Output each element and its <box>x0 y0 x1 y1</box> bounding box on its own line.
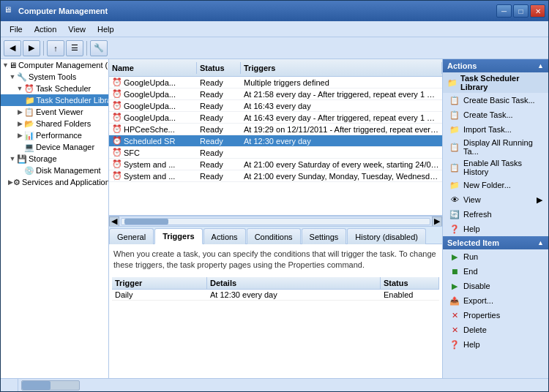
task-icon: ⏰ <box>112 159 122 169</box>
window-controls: ─ □ ✕ <box>496 4 545 18</box>
table-row[interactable]: ⏰ System and ... Ready At 21:00 every Sa… <box>109 159 442 170</box>
computer-icon: 🖥 <box>9 60 17 70</box>
table-row[interactable]: ⏰ GoogleUpda... Ready At 21:58 every day… <box>109 88 442 100</box>
selected-action-disable[interactable]: ▶ Disable <box>443 279 548 293</box>
actions-section-header[interactable]: Actions ▲ <box>443 59 548 72</box>
table-row[interactable]: ⏰ GoogleUpda... Ready Multiple triggers … <box>109 77 442 88</box>
actions-section: Actions ▲ 📁 Task Scheduler Library 📋 Cre… <box>443 59 548 236</box>
import-task-icon: 📁 <box>449 124 460 135</box>
col-triggers[interactable]: Triggers <box>241 62 442 74</box>
expand-icon: ▼ <box>15 85 24 92</box>
table-row[interactable]: ⏰ GoogleUpda... Ready At 16:43 every day <box>109 100 442 112</box>
tree-item-shared-folders[interactable]: ▶ 📂 Shared Folders <box>1 118 108 129</box>
action-import-task[interactable]: 📁 Import Task... <box>443 122 548 137</box>
tab-settings[interactable]: Settings <box>302 228 347 244</box>
menu-file[interactable]: File <box>4 23 29 35</box>
refresh-icon: 🔄 <box>449 208 460 220</box>
action-help[interactable]: ❓ Help <box>443 222 548 236</box>
selected-action-help[interactable]: ❓ Help <box>443 337 548 352</box>
tree-item-services[interactable]: ▶ ⚙ Services and Applications <box>1 176 108 188</box>
hscroll-track[interactable] <box>121 218 430 225</box>
table-row[interactable]: ⏰ Scheduled SR Ready At 12:30 every day <box>109 135 442 147</box>
hscroll-right[interactable]: ▶ <box>432 216 442 227</box>
table-row[interactable]: ⏰ HPCeeSche... Ready At 19:29 on 12/11/2… <box>109 124 442 135</box>
task-list-hscroll[interactable]: ◀ ▶ <box>109 216 442 226</box>
tab-general[interactable]: General <box>109 228 154 244</box>
right-panel: Actions ▲ 📁 Task Scheduler Library 📋 Cre… <box>442 59 548 378</box>
table-row[interactable]: ⏰ SFC Ready <box>109 147 442 159</box>
properties-toolbar-button[interactable]: 🔧 <box>90 40 108 56</box>
task-icon: ⏰ <box>112 113 122 122</box>
minimize-button[interactable]: ─ <box>496 4 512 18</box>
left-panel: ▼ 🖥 Computer Management (Local ▼ 🔧 Syste… <box>1 59 109 378</box>
menu-view[interactable]: View <box>62 23 92 35</box>
storage-icon: 💾 <box>17 154 27 164</box>
new-folder-icon: 📁 <box>449 179 460 191</box>
shared-folders-icon: 📂 <box>24 118 34 129</box>
trigger-status: Enabled <box>381 290 439 300</box>
tab-conditions[interactable]: Conditions <box>247 228 301 244</box>
action-refresh[interactable]: 🔄 Refresh <box>443 207 548 222</box>
forward-button[interactable]: ▶ <box>23 40 40 56</box>
expand-icon: ▼ <box>2 61 9 69</box>
tab-actions[interactable]: Actions <box>203 228 246 244</box>
action-create-basic-task[interactable]: 📋 Create Basic Task... <box>443 93 548 108</box>
selected-action-properties[interactable]: ✕ Properties <box>443 308 548 323</box>
selected-action-export[interactable]: 📤 Export... <box>443 293 548 308</box>
action-enable-history[interactable]: 📋 Enable All Tasks History <box>443 157 548 178</box>
system-tools-icon: 🔧 <box>17 72 27 82</box>
table-row[interactable]: ⏰ GoogleUpda... Ready At 16:43 every day… <box>109 112 442 124</box>
status-bar <box>1 378 548 391</box>
window-icon: 🖥 <box>4 5 15 17</box>
menu-action[interactable]: Action <box>29 23 63 35</box>
run-icon: ▶ <box>449 251 460 263</box>
menu-help[interactable]: Help <box>92 23 120 35</box>
col-status[interactable]: Status <box>197 62 241 74</box>
tree-item-task-scheduler[interactable]: ▼ ⏰ Task Scheduler <box>1 83 108 94</box>
triggers-col-status: Status <box>381 277 439 289</box>
expand-icon: ▶ <box>15 108 24 116</box>
main-window: 🖥 Computer Management ─ □ ✕ File Action … <box>0 0 549 392</box>
up-button[interactable]: ↑ <box>47 40 64 56</box>
task-icon: ⏰ <box>112 78 122 87</box>
col-name[interactable]: Name <box>109 62 197 74</box>
triggers-table-header: Trigger Details Status <box>112 277 439 290</box>
expand-icon: ▼ <box>8 155 17 162</box>
back-button[interactable]: ◀ <box>4 40 21 56</box>
table-row[interactable]: ⏰ System and ... Ready At 21:00 every Su… <box>109 170 442 182</box>
selected-help-icon: ❓ <box>449 339 460 350</box>
trigger-name: Daily <box>112 290 207 300</box>
trigger-row[interactable]: Daily At 12:30 every day Enabled <box>112 290 439 301</box>
tree-item-task-scheduler-library[interactable]: 📁 Task Scheduler Libra... <box>1 94 108 106</box>
tree-item-event-viewer[interactable]: ▶ 📋 Event Viewer <box>1 106 108 118</box>
selected-item-header[interactable]: Selected Item ▲ <box>443 236 548 249</box>
tab-triggers[interactable]: Triggers <box>154 228 202 244</box>
task-icon: ⏰ <box>112 136 122 146</box>
tree-item-performance[interactable]: ▶ 📊 Performance <box>1 129 108 141</box>
tree-item-disk-management[interactable]: 💿 Disk Management <box>1 165 108 176</box>
tree-item-system-tools[interactable]: ▼ 🔧 System Tools <box>1 71 108 83</box>
tree-item-computer-management[interactable]: ▼ 🖥 Computer Management (Local <box>1 59 108 71</box>
show-hide-button[interactable]: ☰ <box>66 40 83 56</box>
selected-action-end[interactable]: ⏹ End <box>443 264 548 279</box>
selected-action-delete[interactable]: ✕ Delete <box>443 323 548 337</box>
close-button[interactable]: ✕ <box>530 4 545 18</box>
restore-button[interactable]: □ <box>513 4 529 18</box>
selected-action-run[interactable]: ▶ Run <box>443 249 548 264</box>
action-new-folder[interactable]: 📁 New Folder... <box>443 178 548 192</box>
disk-management-icon: 💿 <box>24 165 34 176</box>
display-running-icon: 📋 <box>449 141 460 153</box>
trigger-details: At 12:30 every day <box>207 290 381 300</box>
action-display-running[interactable]: 📋 Display All Running Ta... <box>443 137 548 157</box>
action-create-task[interactable]: 📋 Create Task... <box>443 108 548 122</box>
task-icon: ⏰ <box>112 89 122 99</box>
delete-icon: ✕ <box>449 324 460 336</box>
tab-history[interactable]: History (disabled) <box>347 228 426 244</box>
hscroll-left[interactable]: ◀ <box>109 216 119 227</box>
performance-icon: 📊 <box>24 130 34 140</box>
action-view[interactable]: 👁 View ▶ <box>443 192 548 207</box>
tree-item-storage[interactable]: ▼ 💾 Storage <box>1 153 108 165</box>
view-submenu-arrow: ▶ <box>537 195 542 205</box>
tree-item-device-manager[interactable]: 💻 Device Manager <box>1 141 108 153</box>
event-viewer-icon: 📋 <box>24 107 34 117</box>
